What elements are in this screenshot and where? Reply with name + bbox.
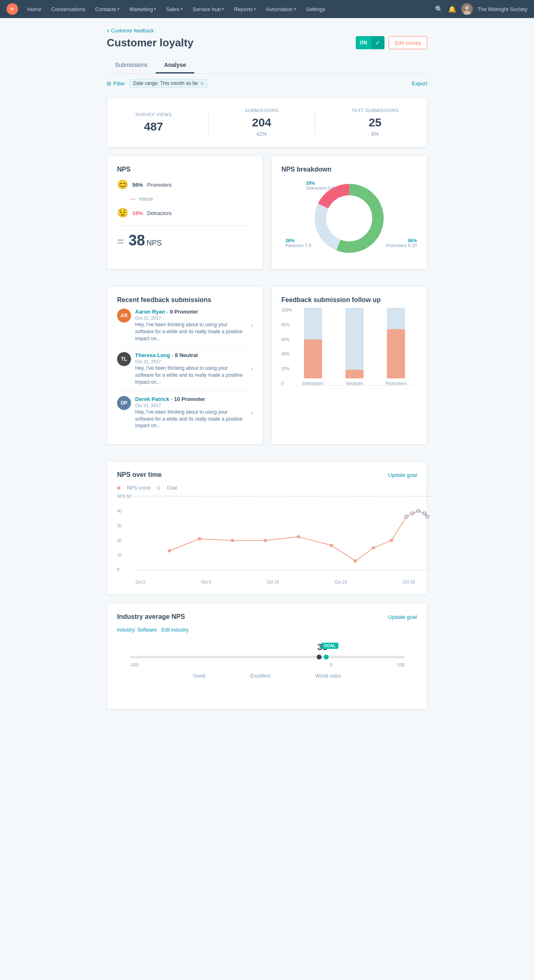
y-label-60: 60% [281,337,295,342]
chart-legend: NPS score Goal [117,485,417,491]
toggle-button[interactable]: ON ✓ [356,36,384,49]
line-svg [134,494,433,572]
zone-excellent: Excellent [250,673,270,679]
feedback-arrow-1: › [251,322,253,329]
survey-views-value: 487 [135,120,172,133]
chip-remove[interactable]: ✕ [200,81,204,86]
feedback-text-2: Hey, I've been thinking about to using y… [135,365,246,385]
toggle-checkmark: ✓ [371,36,384,49]
nav-automation[interactable]: Automation▾ [262,0,300,18]
nps-card: NPS 😊 56% Promoters — minus 😟 18% Detrac… [107,156,263,270]
notification-icon[interactable]: 🔔 [448,5,456,13]
x-label-oct30: Oct 30 [403,580,415,584]
tab-analyse[interactable]: Analyse [156,57,194,73]
promoters-label: Promoters [147,182,172,188]
nps-score-row: = 38 NPS [117,226,253,249]
detractors-row: 😟 18% Detractors [117,208,253,218]
svg-point-14 [264,539,267,542]
x-axis [296,385,413,386]
promoters-breakdown-label: Promoters 9-10 [386,243,417,248]
page-title: Customer loyalty [107,37,193,49]
gauge-zero: 0 [330,662,332,667]
passives-breakdown-label: Passives 7-8 [285,243,311,248]
minus-label: — minus [117,196,253,202]
edit-survey-button[interactable]: Edit survey [389,36,427,49]
submissions-sub: 42% [245,131,279,137]
filter-label: Filter [113,80,125,87]
feedback-name-3: Derek Patrick - 10 Promoter [135,396,246,402]
industry-nps-header: Industry average NPS Update goal [117,613,417,621]
breadcrumb[interactable]: Customer feedback [107,28,427,34]
tabs: Submissions Analyse [107,57,427,74]
survey-views-label: SURVEY VIEWS [135,112,172,117]
zone-world-class: World class [315,673,341,679]
svg-point-11 [168,549,171,552]
chip-text: Date range: This month so far [133,80,198,86]
feedback-arrow-3: › [251,409,253,416]
gauge-container: 38 GOAL -100 0 100 Good Excellent World … [121,639,413,699]
feedback-arrow-2: › [251,366,253,372]
goal-badge: GOAL [321,643,338,649]
line-y-30: 30 [117,524,132,528]
nps-row: NPS 😊 56% Promoters — minus 😟 18% Detrac… [107,156,427,278]
filter-button[interactable]: ⊞ Filter [107,80,125,87]
nps-over-time-header: NPS over time Update goal [117,471,417,479]
feedback-item-3[interactable]: DP Derek Patrick - 10 Promoter Oct 21, 2… [117,391,253,434]
nav-contacts[interactable]: Contacts▾ [91,0,124,18]
avatar-derek: DP [117,396,131,410]
text-submissions-label: TEXT SUBMISSIONS [351,108,398,113]
y-label-80: 80% [281,323,295,327]
promoter-emoji: 😊 [117,179,128,190]
stat-divider-2 [315,110,315,135]
feedback-item-2[interactable]: TL Theresa Long - 8 Neutral Oct 21, 2017… [117,347,253,391]
tab-submissions[interactable]: Submissions [107,57,156,73]
y-label-40: 40% [281,352,295,356]
line-y-40: 40 [117,509,132,513]
gauge-max: 100 [397,662,405,667]
feedback-item-1[interactable]: AR Aaron Ryan - 9 Promoter Oct 21, 2017 … [117,304,253,347]
svg-point-8 [326,195,372,241]
industry-label: Industry: Software Edit industry [117,627,417,633]
survey-views-stat: SURVEY VIEWS 487 [135,112,172,133]
nav-reports[interactable]: Reports▾ [230,0,260,18]
nps-score-value: 38 [129,232,145,249]
nav-settings[interactable]: Settings [302,0,329,18]
stat-divider-1 [208,110,209,135]
line-y-label: NPS 50 [117,494,132,499]
edit-industry-link[interactable]: Edit industry [161,627,189,633]
line-y-10: 10 [117,553,132,557]
detractors-pct: 18% [132,210,143,216]
recent-feedback-title: Recent feedback submissions [117,296,253,304]
filter-icon: ⊞ [107,80,111,87]
promoters-pct: 56% [132,182,143,188]
svg-point-13 [231,539,234,542]
update-goal-button-2[interactable]: Update goal [388,614,417,620]
legend-goal-label: Goal [167,485,177,491]
nav-conversations[interactable]: Conversations [47,0,90,18]
gauge-goal-marker [324,655,329,659]
recent-feedback-card: Recent feedback submissions AR Aaron Rya… [107,286,263,444]
feedback-name-1: Aaron Ryan - 9 Promoter [135,309,246,315]
nav-marketing[interactable]: Marketing▾ [125,0,160,18]
update-goal-button-1[interactable]: Update goal [388,472,417,478]
title-actions: ON ✓ Edit survey [356,36,427,49]
nav-service-hub[interactable]: Service hub▾ [189,0,228,18]
gauge-value-marker [317,655,322,659]
bar-detractors: Detractors [296,308,329,386]
toggle-label: ON [356,40,371,46]
nav-logo[interactable]: H [7,3,18,15]
feedback-content-2: Theresa Long - 8 Neutral Oct 21, 2017 He… [135,352,246,385]
feedback-date-3: Oct 21, 2017 [135,403,246,408]
nav-home[interactable]: Home [23,0,46,18]
export-button[interactable]: Export [412,80,427,87]
feedback-list: AR Aaron Ryan - 9 Promoter Oct 21, 2017 … [117,304,253,434]
avatar-theresa: TL [117,352,131,366]
avatar[interactable] [461,3,473,15]
y-label-20: 20% [281,366,295,371]
svg-point-17 [354,559,357,563]
nav-sales[interactable]: Sales▾ [162,0,187,18]
search-icon[interactable]: 🔍 [435,5,443,13]
line-y-0: 0 [117,568,132,572]
nps-breakdown-title: NPS breakdown [281,166,417,173]
feedback-name-2: Theresa Long - 8 Neutral [135,352,246,358]
